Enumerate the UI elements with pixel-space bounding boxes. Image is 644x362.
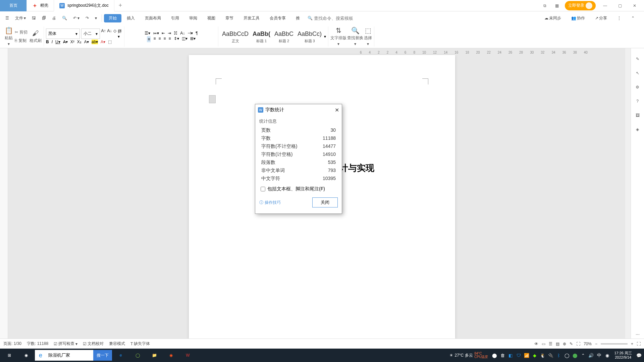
tray-icon[interactable]: 🔌 [547,352,554,359]
obs-icon[interactable]: ◉ [18,349,34,362]
taskbar-clock[interactable]: 17:26 周三2022/9/14 [611,351,635,360]
tray-icon[interactable]: ◆ [531,352,538,359]
tray-icon[interactable]: ◯ [563,352,571,359]
ribbon-tab-reference[interactable]: 引用 [166,14,184,22]
tray-ime-icon[interactable]: ◉ [603,352,611,359]
page-indicator[interactable]: 页面: 1/30 [3,341,21,347]
style-h1[interactable]: AaBb(标题 1 [251,28,272,45]
align-left-icon[interactable]: ≡ [147,36,151,42]
align-center-icon[interactable]: ≡ [153,36,156,42]
cut-button[interactable]: ✂ 剪切 [13,29,29,36]
view-read-icon[interactable]: ▤ [556,342,559,346]
shading-icon[interactable]: ◫▾ [182,36,187,42]
border-icon[interactable]: ⊞▾ [190,36,196,42]
superscript-icon[interactable]: X² [70,40,74,44]
taskbar-search-button[interactable]: 搜一下 [93,350,112,361]
help-icon[interactable]: ? [634,97,642,105]
show-marks-icon[interactable]: ¶ [196,31,198,36]
ime-indicator[interactable]: 中 [595,352,603,359]
image-tool-icon[interactable]: 🖼 [634,111,642,119]
text-effect-icon[interactable]: A▾ [84,40,89,44]
view-outline-icon[interactable]: ☰ [549,342,552,346]
add-tab-button[interactable]: + [114,0,126,11]
tray-icon[interactable]: ◧ [507,352,514,359]
collab-button[interactable]: 👥 协作 [569,13,588,23]
include-checkbox-input[interactable] [261,187,265,191]
command-search[interactable]: 🔍 [305,14,363,22]
location-icon[interactable]: ◈ [634,125,642,133]
menu-hamburger[interactable]: ☰ [3,14,12,22]
vertical-scrollbar[interactable] [625,48,631,339]
italic-icon[interactable]: I [52,40,53,44]
settings-slider-icon[interactable]: ⚙ [634,83,642,91]
undo-icon[interactable]: ↶ ▾ [70,14,82,22]
tray-icon[interactable]: ⬤ [491,352,498,359]
highlight-icon[interactable]: ab▾ [92,40,98,44]
save-as-icon[interactable]: 🗐 [39,14,49,22]
vertical-ruler[interactable] [0,48,8,339]
include-checkbox[interactable]: 包括文本框、脚注和尾注(F) [261,186,336,192]
font-size-select[interactable]: 小二▾ [81,28,100,39]
tray-chevron-icon[interactable]: ⌃ [579,352,587,359]
minimize-button[interactable]: — [600,0,610,11]
line-spacing-icon[interactable]: ⇕▾ [174,36,179,42]
browser-task-icon[interactable]: ◯ [129,349,146,362]
decrease-font-icon[interactable]: A↓ [107,28,112,39]
sync-status[interactable]: ☁ 未同步 [542,13,564,23]
notifications-icon[interactable]: 💬 [635,352,643,359]
style-normal[interactable]: AaBbCcD正文 [220,28,250,45]
style-h2[interactable]: AaBbC标题 2 [273,28,295,45]
style-more-icon[interactable]: ▾ [324,34,326,39]
file-menu[interactable]: 文件 ▾ [12,13,29,23]
tips-link[interactable]: ⓘ 操作技巧 [259,200,281,205]
increase-font-icon[interactable]: A↑ [101,28,106,39]
ribbon-tab-devtools[interactable]: 开发工具 [239,14,264,22]
print-icon[interactable]: 🖨 [49,14,59,22]
text-sort-button[interactable]: ⇅文字排版▾ [330,26,346,46]
tray-volume-icon[interactable]: 🔊 [587,352,595,359]
spellcheck-toggle[interactable]: ☑ 拼写检查 ▾ [54,341,77,347]
font-color-icon[interactable]: A▾ [101,40,105,44]
decrease-indent-icon[interactable]: ⇤ [162,31,165,36]
phonetic-icon[interactable]: 拼▾ [118,28,122,39]
redo-icon[interactable]: ↷ [83,14,92,22]
increase-indent-icon[interactable]: ⇥ [168,31,171,36]
align-right-icon[interactable]: ≡ [158,36,161,42]
style-gallery[interactable]: AaBbCcD正文 AaBb(标题 1 AaBbC标题 2 AaBbCc)标题 … [220,28,323,45]
view-web-icon[interactable]: ⊕ [563,342,566,346]
zoom-out-icon[interactable]: − [595,342,597,346]
focus-mode-icon[interactable]: 👁 [534,342,538,346]
print-preview-icon[interactable]: 🔍 [59,14,70,22]
wps-task-icon[interactable]: W [180,349,196,362]
ribbon-tab-view[interactable]: 视图 [203,14,220,22]
fullscreen-icon[interactable]: ⛶ [637,342,641,346]
word-count-indicator[interactable]: 字数: 11188 [27,341,48,347]
find-replace-button[interactable]: 🔍查找替换▾ [347,26,363,46]
cursor-tool-icon[interactable]: ↖ [634,69,642,77]
style-h3[interactable]: AaBbCc)标题 3 [296,28,323,45]
align-justify-icon[interactable]: ≡ [164,36,166,42]
more-menu-icon[interactable]: ⋮ [614,14,624,22]
layout1-icon[interactable]: ⧉ [541,2,549,10]
copy-button[interactable]: ⎘ 复制 [13,37,29,44]
command-search-input[interactable] [314,16,361,21]
ribbon-tab-chapter[interactable]: 章节 [221,14,238,22]
explorer-task-icon[interactable]: 📁 [146,349,162,362]
view-page-icon[interactable]: ▭ [542,342,545,346]
bold-icon[interactable]: B [46,40,49,44]
asian-layout-icon[interactable]: ☵ [174,31,177,36]
strikethrough-icon[interactable]: A̶▾ [63,40,68,44]
tab-document[interactable]: W springboot294论文.doc [54,0,114,11]
more-qat-icon[interactable]: ▾ [92,14,100,22]
clear-format-icon[interactable]: ◇ [113,28,116,39]
subscript-icon[interactable]: X₂ [77,40,82,44]
number-list-icon[interactable]: ≔▾ [153,31,159,36]
ribbon-tab-review[interactable]: 审阅 [184,14,202,22]
align-distribute-icon[interactable]: ≡ [169,36,171,42]
app-task-icon[interactable]: ◉ [163,349,179,362]
sort-icon[interactable]: A↓ [180,31,185,36]
zoom-level[interactable]: 70% [584,342,592,346]
tab-doke[interactable]: ✦ 稻壳 [27,0,54,11]
ribbon-tab-member[interactable]: 会员专享 [265,14,290,22]
dialog-titlebar[interactable]: W 字数统计 ✕ [255,104,342,116]
